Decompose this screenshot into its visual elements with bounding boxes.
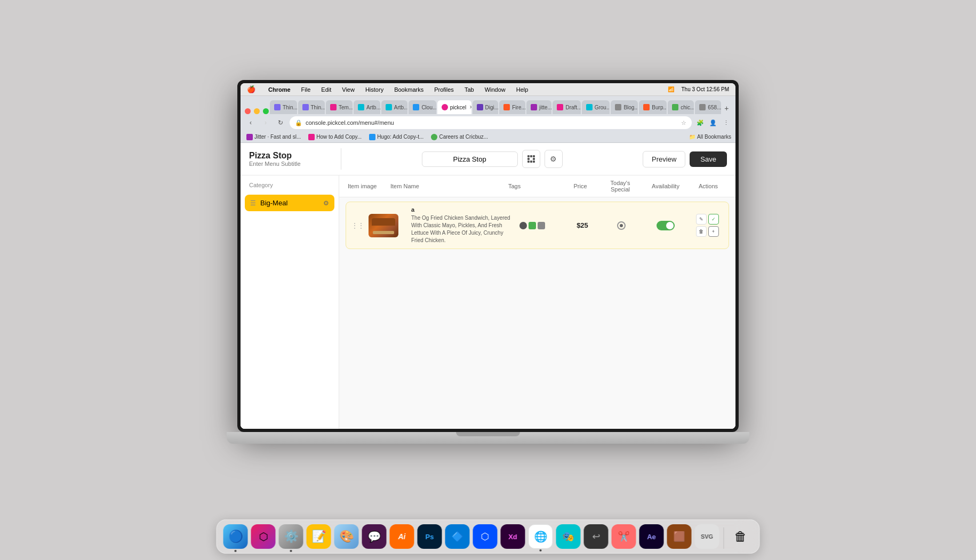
menu-view[interactable]: View: [340, 85, 357, 94]
tab-12[interactable]: Grou...: [582, 100, 610, 114]
dock-freeform[interactable]: 🎨: [334, 524, 359, 549]
bookmark-copy[interactable]: How to Add Copy...: [307, 133, 363, 141]
menu-bookmarks[interactable]: Bookmarks: [392, 85, 426, 94]
tab-2[interactable]: Thin...: [298, 100, 325, 114]
tab-4[interactable]: Artb...: [354, 100, 380, 114]
delete-icon-button[interactable]: 🗑: [696, 226, 707, 237]
menu-help[interactable]: Help: [514, 85, 531, 94]
category-big-meal[interactable]: ☰ Big-Meal ⚙: [245, 195, 334, 211]
menu-edit[interactable]: Edit: [319, 85, 333, 94]
clock: Thu 3 Oct 12:56 PM: [679, 85, 732, 93]
sidebar: Category ☰ Big-Meal ⚙: [241, 175, 339, 429]
category-settings-icon[interactable]: ⚙: [323, 199, 329, 207]
menu-name-input[interactable]: [422, 151, 518, 167]
dock-chrome[interactable]: 🌐: [529, 524, 553, 549]
tab-6[interactable]: Clou...: [409, 100, 436, 114]
dock-app2[interactable]: 🟫: [667, 524, 692, 549]
xd-label: Xd: [508, 533, 517, 541]
tab-9[interactable]: Fire...: [499, 100, 525, 114]
header-actions: Preview Save: [643, 151, 727, 167]
all-bookmarks[interactable]: 📁 All Bookmarks: [689, 134, 731, 140]
menu-window[interactable]: Window: [483, 85, 508, 94]
dock-svg[interactable]: SVG: [695, 524, 719, 549]
subtitle-input[interactable]: [249, 161, 334, 167]
table-body: ⋮⋮ a The Og Fried Chicken Sandwich, Laye…: [339, 197, 735, 429]
bookmark-jitter[interactable]: Jitter · Fast and sl...: [245, 133, 302, 141]
table-row: ⋮⋮ a The Og Fried Chicken Sandwich, Laye…: [346, 202, 729, 249]
tab-16[interactable]: 658...: [695, 100, 721, 114]
tab-5[interactable]: Artb...: [381, 100, 408, 114]
tab-15[interactable]: chic...: [668, 100, 694, 114]
row-drag-handle[interactable]: ⋮⋮: [351, 222, 364, 229]
tab-14[interactable]: Burp...: [639, 100, 667, 114]
add-icon-button[interactable]: +: [708, 226, 719, 237]
dock-vscode[interactable]: 🔷: [445, 524, 470, 549]
extensions-icon[interactable]: 🧩: [695, 117, 706, 128]
item-availability[interactable]: [644, 221, 687, 230]
dock-trash[interactable]: 🗑: [729, 524, 753, 549]
special-radio[interactable]: [617, 221, 626, 230]
preview-button[interactable]: Preview: [643, 151, 685, 167]
url-bar[interactable]: 🔒 console.pickcel.com/menu#/menu ☆: [290, 116, 692, 129]
forward-button[interactable]: ›: [260, 117, 271, 129]
tab-13[interactable]: Blog...: [611, 100, 638, 114]
tag-2: [529, 222, 536, 229]
refresh-button[interactable]: ↻: [275, 117, 286, 129]
dock-illustrator[interactable]: Ai: [390, 524, 414, 549]
tab-11[interactable]: Draft...: [553, 100, 580, 114]
dock-aftereffects[interactable]: Ae: [639, 524, 664, 549]
tab-10[interactable]: jitte...: [526, 100, 551, 114]
dock-finder[interactable]: 🔵: [223, 524, 248, 549]
address-bar-row: ‹ › ↻ 🔒 console.pickcel.com/menu#/menu ☆…: [241, 114, 735, 131]
lock-icon: 🔒: [295, 119, 302, 126]
tab-8[interactable]: Digi...: [473, 100, 499, 114]
wifi-icon: 📶: [666, 85, 676, 93]
back-button[interactable]: ‹: [245, 117, 257, 129]
menu-chrome[interactable]: Chrome: [266, 85, 293, 94]
maximize-button[interactable]: [263, 108, 269, 114]
star-icon[interactable]: ☆: [681, 119, 686, 126]
minimize-button[interactable]: [254, 108, 260, 114]
menu-profiles[interactable]: Profiles: [432, 85, 456, 94]
menu-history[interactable]: History: [363, 85, 386, 94]
apple-logo-icon[interactable]: 🍎: [245, 84, 258, 94]
close-button[interactable]: [245, 108, 251, 114]
dock-system-prefs[interactable]: ⚙️: [279, 524, 303, 549]
laptop-notch: [456, 432, 520, 436]
check-icon-button[interactable]: ✓: [708, 214, 719, 225]
item-actions: ✎ ✓ 🗑 +: [691, 214, 723, 237]
dock-stickies[interactable]: 📝: [307, 524, 331, 549]
dock-photoshop[interactable]: Ps: [418, 524, 442, 549]
profile-icon[interactable]: 👤: [708, 117, 718, 128]
dock-capcut[interactable]: ✂️: [612, 524, 636, 549]
col-header-price: Price: [562, 183, 599, 189]
qr-icon-button[interactable]: [522, 150, 540, 168]
laptop-screen: 🍎 Chrome File Edit View History Bookmark…: [237, 80, 739, 432]
url-text: console.pickcel.com/menu#/menu: [306, 119, 678, 126]
new-tab-button[interactable]: +: [722, 102, 731, 114]
menu-file[interactable]: File: [299, 85, 313, 94]
tab-pickcel[interactable]: pickcel ✕: [437, 100, 471, 114]
col-header-tags: Tags: [508, 183, 562, 189]
dock-framer[interactable]: ⬡: [473, 524, 498, 549]
content-area: Item image Item Name Tags Price Today'sS…: [339, 175, 735, 429]
laptop-base: [227, 432, 749, 444]
settings-icon[interactable]: ⋮: [721, 117, 731, 128]
availability-toggle[interactable]: [657, 221, 675, 230]
dock-slack[interactable]: 💬: [362, 524, 387, 549]
save-button[interactable]: Save: [690, 151, 727, 167]
settings-icon-button[interactable]: ⚙: [545, 150, 563, 168]
item-thumbnail: [369, 214, 398, 237]
bookmark-careers[interactable]: Careers at Cricbuz...: [429, 133, 490, 141]
dock-canva[interactable]: 🎭: [556, 524, 581, 549]
dock-launchpad[interactable]: ⬡: [251, 524, 276, 549]
menu-tab[interactable]: Tab: [462, 85, 476, 94]
tab-3[interactable]: Tem...: [326, 100, 353, 114]
photoshop-label: Ps: [426, 533, 434, 541]
dock-xd[interactable]: Xd: [501, 524, 525, 549]
dock-app1[interactable]: ↩: [584, 524, 609, 549]
item-today-special[interactable]: [603, 221, 640, 230]
bookmark-hugo[interactable]: Hugo: Add Copy-t...: [367, 133, 425, 141]
tab-1[interactable]: Thin...: [270, 100, 297, 114]
edit-icon-button[interactable]: ✎: [696, 214, 707, 225]
